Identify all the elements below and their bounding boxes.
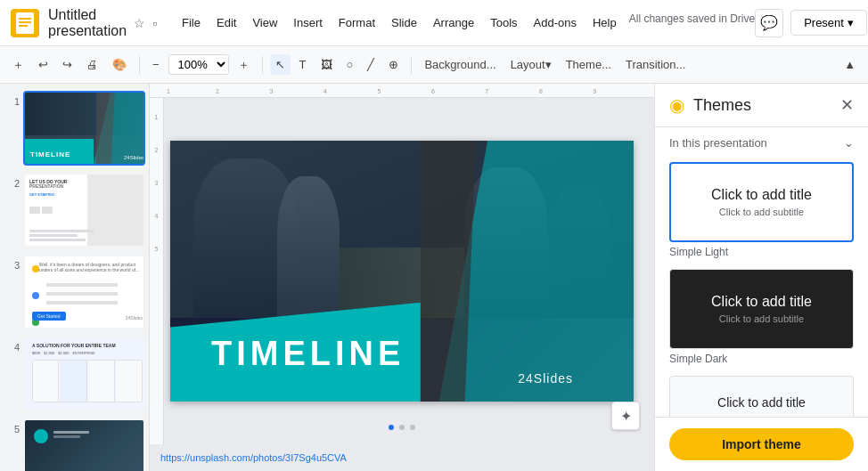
themes-in-presentation: In this presentation ⌄ xyxy=(655,127,868,155)
theme-item-simple-dark[interactable]: Click to add title Click to add subtitle… xyxy=(669,269,854,365)
main-slide-canvas[interactable]: TIMELINE 24Slides xyxy=(170,141,634,402)
transition-button[interactable]: Transition... xyxy=(620,54,691,75)
slides-panel: 1 TIMELINE 24Slides 2 xyxy=(0,84,150,471)
line-tool[interactable]: ╱ xyxy=(362,54,380,75)
title-section: Untitled presentation ☆ ▫ xyxy=(48,7,157,39)
zoom-in-button[interactable]: ＋ xyxy=(233,53,255,77)
star-icon[interactable]: ☆ xyxy=(134,16,145,30)
folder-icon[interactable]: ▫ xyxy=(152,16,157,30)
slide-thumb-4[interactable]: 4 A SOLUTION FOR YOUR ENTIRE TEAM $899$1… xyxy=(4,337,145,411)
simple-dark-title: Click to add title xyxy=(711,294,812,310)
theme-preview-simple-light[interactable]: Click to add title Click to add subtitle xyxy=(669,162,854,242)
layout-button[interactable]: Layout▾ xyxy=(505,54,557,75)
page-dot-3[interactable] xyxy=(410,425,415,430)
simple-light-label: Simple Light xyxy=(669,246,854,258)
add-button[interactable]: ＋ xyxy=(7,53,29,77)
menu-tools[interactable]: Tools xyxy=(483,12,524,33)
print-button[interactable]: 🖨 xyxy=(81,54,103,75)
themes-footer: Import theme xyxy=(655,417,868,471)
slide-preview-4[interactable]: A SOLUTION FOR YOUR ENTIRE TEAM $899$1,9… xyxy=(25,338,143,410)
theme-item-simple-light[interactable]: Click to add title Click to add subtitle… xyxy=(669,162,854,258)
paint-format-button[interactable]: 🎨 xyxy=(107,54,132,75)
toolbar: ＋ ↩ ↪ 🖨 🎨 − 100% 75% 50% 150% ＋ ↖ T 🖼 ○ … xyxy=(0,46,868,84)
svg-rect-3 xyxy=(19,25,28,27)
slide3-getstarted: Get Started xyxy=(32,312,66,321)
page-dot-2[interactable] xyxy=(399,425,405,430)
background-button[interactable]: Background... xyxy=(419,54,501,75)
menu-file[interactable]: File xyxy=(175,12,208,33)
menu-slide[interactable]: Slide xyxy=(384,12,424,33)
simple-dark-label: Simple Dark xyxy=(669,353,854,365)
assistant-button[interactable]: ✦ xyxy=(611,402,640,430)
simple-light-title: Click to add title xyxy=(711,187,812,203)
themes-section-header[interactable]: In this presentation ⌄ xyxy=(669,136,854,150)
page-indicator xyxy=(389,425,415,430)
header-actions: 💬 Present ▾ 🔒 Share xyxy=(755,9,868,37)
select-tool[interactable]: ↖ xyxy=(270,54,291,75)
slide-num-3: 3 xyxy=(5,256,20,271)
menu-help[interactable]: Help xyxy=(585,12,624,33)
menu-edit[interactable]: Edit xyxy=(209,12,243,33)
zoom-out-button[interactable]: − xyxy=(147,54,165,75)
simple-light-subtitle: Click to add subtitle xyxy=(711,207,812,217)
themes-icon: ◉ xyxy=(669,94,684,116)
themes-list: Click to add title Click to add subtitle… xyxy=(655,155,868,417)
more-shapes[interactable]: ⊕ xyxy=(383,54,404,75)
comments-button[interactable]: 💬 xyxy=(755,9,783,37)
colorful-title: Click to add title xyxy=(717,395,806,410)
text-tool[interactable]: T xyxy=(294,54,312,75)
canvas-footer: https://unsplash.com/photos/3I7Sg4u5CVA xyxy=(150,444,654,471)
undo-button[interactable]: ↩ xyxy=(33,54,53,75)
themes-section-label: In this presentation xyxy=(669,136,767,150)
themes-header: ◉ Themes ✕ xyxy=(655,84,868,127)
document-title[interactable]: Untitled presentation xyxy=(48,7,127,39)
photo-url[interactable]: https://unsplash.com/photos/3I7Sg4u5CVA xyxy=(160,452,347,463)
slide-thumb-2[interactable]: 2 LET US DO YOUR PRESENTATION GET STARTE… xyxy=(4,173,145,248)
themes-close-button[interactable]: ✕ xyxy=(840,95,854,115)
main-layout: 1 TIMELINE 24Slides 2 xyxy=(0,84,868,471)
shapes-tool[interactable]: ○ xyxy=(341,54,359,75)
canvas-scroll: 1 2 3 4 5 xyxy=(150,98,654,444)
themes-title: Themes xyxy=(693,96,751,115)
menu-format[interactable]: Format xyxy=(332,12,382,33)
simple-dark-subtitle: Click to add subtitle xyxy=(711,313,812,324)
app-logo xyxy=(11,9,39,37)
menu-arrange[interactable]: Arrange xyxy=(426,12,481,33)
present-button[interactable]: Present ▾ xyxy=(790,10,867,36)
theme-preview-colorful[interactable]: Click to add title xyxy=(669,376,854,417)
slide-num-1: 1 xyxy=(5,93,20,107)
slide-num-2: 2 xyxy=(5,175,20,189)
save-status: All changes saved in Drive xyxy=(629,12,755,33)
theme-item-colorful[interactable]: Click to add title xyxy=(669,376,854,417)
slide-thumb-5[interactable]: 5 TITLE xyxy=(4,418,145,471)
slide-logo-text: 24Slides xyxy=(518,371,573,386)
collapse-toolbar[interactable]: ▲ xyxy=(839,54,861,75)
separator-3 xyxy=(411,56,412,74)
separator-2 xyxy=(262,56,263,74)
slide-preview-2[interactable]: LET US DO YOUR PRESENTATION GET STARTED xyxy=(25,175,143,246)
menu-insert[interactable]: Insert xyxy=(286,12,330,33)
theme-preview-simple-dark[interactable]: Click to add title Click to add subtitle xyxy=(669,269,854,349)
canvas-area: 1 2 3 4 5 6 7 8 9 1 2 3 4 5 xyxy=(150,84,654,471)
slide-preview-3[interactable]: Well, it's been a dream of designers, an… xyxy=(25,256,143,328)
separator-1 xyxy=(139,56,140,74)
slide-num-5: 5 xyxy=(5,420,20,434)
slide-preview-1[interactable]: TIMELINE 24Slides xyxy=(25,93,143,164)
theme-button[interactable]: Theme... xyxy=(561,54,617,75)
slide-preview-5[interactable]: TITLE xyxy=(25,420,143,471)
chevron-down-icon: ⌄ xyxy=(844,136,854,150)
menu-addons[interactable]: Add-ons xyxy=(527,12,584,33)
page-dot-1[interactable] xyxy=(389,425,394,430)
horizontal-ruler: 1 2 3 4 5 6 7 8 9 xyxy=(150,84,654,98)
slide-thumb-3[interactable]: 3 Well, it's been a dream of designers, … xyxy=(4,255,145,329)
zoom-select[interactable]: 100% 75% 50% 150% xyxy=(168,54,229,75)
top-bar: Untitled presentation ☆ ▫ File Edit View… xyxy=(0,0,868,46)
present-label: Present xyxy=(804,16,844,29)
import-theme-button[interactable]: Import theme xyxy=(669,428,854,460)
slide-thumb-1[interactable]: 1 TIMELINE 24Slides xyxy=(4,91,145,166)
menu-view[interactable]: View xyxy=(245,12,284,33)
svg-rect-2 xyxy=(19,21,31,23)
menu-bar: File Edit View Insert Format Slide Arran… xyxy=(175,12,755,33)
redo-button[interactable]: ↪ xyxy=(57,54,78,75)
image-tool[interactable]: 🖼 xyxy=(315,54,338,75)
